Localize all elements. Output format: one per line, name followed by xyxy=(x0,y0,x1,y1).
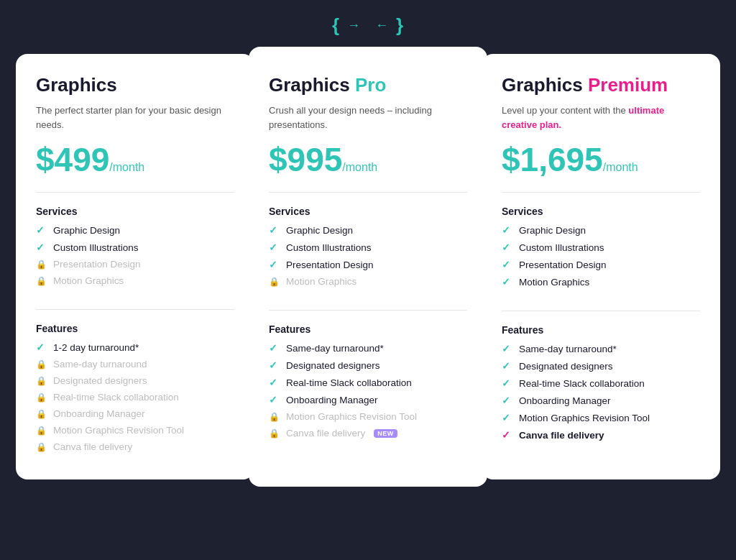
service-item: ✓ Motion Graphics xyxy=(502,276,700,288)
curly-left-decoration: { xyxy=(332,14,340,37)
feature-item-locked: 🔒 Canva file delivery NEW xyxy=(269,428,467,439)
check-icon: ✓ xyxy=(502,395,513,406)
service-name: Graphic Design xyxy=(53,225,120,236)
divider2-graphics-premium xyxy=(502,311,700,311)
lock-icon: 🔒 xyxy=(36,276,47,286)
service-name: Custom Illustrations xyxy=(53,242,139,253)
feature-item: ✓ Onboarding Manager xyxy=(502,395,700,406)
services-label-graphics-premium: Services xyxy=(502,206,700,217)
lock-icon: 🔒 xyxy=(269,412,280,422)
check-icon: ✓ xyxy=(269,224,280,236)
features-label-graphics: Features xyxy=(36,323,234,334)
feature-item: ✓ Same-day turnaround* xyxy=(502,343,700,354)
service-name: Graphic Design xyxy=(519,225,586,236)
plan-card-graphics-premium: Graphics PremiumLevel up your content wi… xyxy=(482,54,720,479)
check-icon: ✓ xyxy=(269,377,280,388)
curly-right-decoration: } xyxy=(396,14,404,37)
check-icon: ✓ xyxy=(269,359,280,371)
arrow-right-decoration: ← xyxy=(375,18,389,33)
service-name: Motion Graphics xyxy=(53,275,124,286)
check-icon: ✓ xyxy=(269,342,280,354)
check-icon: ✓ xyxy=(269,394,280,405)
per-month-label: /month xyxy=(603,161,638,173)
plan-title-graphics-pro: Graphics Pro xyxy=(269,74,467,96)
service-name: Presentation Design xyxy=(519,260,607,270)
arrow-left-decoration: → xyxy=(347,18,361,33)
feature-name: Real-time Slack collaboration xyxy=(519,378,645,389)
price-amount: $995 xyxy=(269,141,342,178)
plan-card-graphics: GraphicsThe perfect starter plan for you… xyxy=(16,54,254,479)
check-icon: ✓ xyxy=(269,242,280,253)
check-icon: ✓ xyxy=(36,242,47,253)
plan-card-graphics-pro: Graphics ProCrush all your design needs … xyxy=(249,47,487,487)
price-amount: $499 xyxy=(36,141,109,178)
feature-item-locked: 🔒 Motion Graphics Revision Tool xyxy=(36,425,234,436)
divider-graphics-premium xyxy=(502,192,700,193)
feature-item: ✓ Designated designers xyxy=(269,359,467,371)
check-icon: ✓ xyxy=(502,360,513,372)
features-label-graphics-premium: Features xyxy=(502,324,700,336)
check-icon: ✓ xyxy=(502,412,513,423)
service-item: ✓ Custom Illustrations xyxy=(269,242,467,253)
check-icon: ✓ xyxy=(502,429,513,441)
feature-item: ✓ Canva file delivery xyxy=(502,429,700,441)
feature-item-locked: 🔒 Canva file delivery xyxy=(36,441,234,452)
features-list-graphics-pro: ✓ Same-day turnaround* ✓ Designated desi… xyxy=(269,342,467,444)
subtitle-highlight: ultimate creative plan. xyxy=(502,105,664,130)
plan-subtitle-graphics-pro: Crush all your design needs – including … xyxy=(269,104,467,132)
plan-title-text: Graphics xyxy=(502,74,588,96)
lock-icon: 🔒 xyxy=(36,426,47,436)
feature-item-locked: 🔒 Motion Graphics Revision Tool xyxy=(269,411,467,422)
feature-item: ✓ Real-time Slack collaboration xyxy=(502,377,700,389)
service-name: Presentation Design xyxy=(53,259,141,270)
lock-icon: 🔒 xyxy=(36,260,47,270)
service-name: Custom Illustrations xyxy=(286,242,372,253)
check-icon: ✓ xyxy=(502,259,513,270)
service-item: ✓ Graphic Design xyxy=(502,224,700,236)
feature-item: ✓ 1-2 day turnaround* xyxy=(36,341,234,353)
service-name: Graphic Design xyxy=(286,225,353,236)
feature-name: Motion Graphics Revision Tool xyxy=(286,411,417,422)
service-item: ✓ Custom Illustrations xyxy=(502,242,700,253)
features-list-graphics: ✓ 1-2 day turnaround* 🔒 Same-day turnaro… xyxy=(36,341,234,458)
feature-name: Designated designers xyxy=(519,361,613,372)
service-item: ✓ Custom Illustrations xyxy=(36,242,234,253)
check-icon: ✓ xyxy=(269,259,280,270)
lock-icon: 🔒 xyxy=(269,428,280,439)
price-amount: $1,695 xyxy=(502,141,603,178)
divider2-graphics xyxy=(36,309,234,310)
plan-title-text: Graphics xyxy=(36,74,117,96)
divider-graphics-pro xyxy=(269,192,467,193)
check-icon: ✓ xyxy=(502,377,513,389)
service-item: ✓ Graphic Design xyxy=(269,224,467,236)
feature-name: Same-day turnaround xyxy=(53,359,147,369)
lock-icon: 🔒 xyxy=(36,442,47,452)
feature-name: Motion Graphics Revision Tool xyxy=(53,425,184,436)
feature-item: ✓ Onboarding Manager xyxy=(269,394,467,405)
feature-name: Real-time Slack collaboration xyxy=(53,392,179,403)
plan-price-graphics-premium: $1,695/month xyxy=(502,143,700,176)
service-item: ✓ Graphic Design xyxy=(36,224,234,236)
feature-name: Onboarding Manager xyxy=(519,395,611,406)
feature-name: Same-day turnaround* xyxy=(519,344,617,354)
check-icon: ✓ xyxy=(36,341,47,353)
feature-name: 1-2 day turnaround* xyxy=(53,342,139,353)
feature-name: Canva file delivery xyxy=(286,428,365,439)
plan-subtitle-graphics: The perfect starter plan for your basic … xyxy=(36,104,234,132)
feature-item-locked: 🔒 Onboarding Manager xyxy=(36,408,234,419)
feature-name: Designated designers xyxy=(286,360,380,371)
services-list-graphics-premium: ✓ Graphic Design ✓ Custom Illustrations … xyxy=(502,224,700,293)
per-month-label: /month xyxy=(109,161,144,173)
plan-price-graphics: $499/month xyxy=(36,143,234,176)
check-icon: ✓ xyxy=(502,276,513,288)
feature-item: ✓ Real-time Slack collaboration xyxy=(269,377,467,388)
plan-title-graphics: Graphics xyxy=(36,74,234,96)
feature-item: ✓ Designated designers xyxy=(502,360,700,372)
lock-icon: 🔒 xyxy=(36,376,47,386)
services-label-graphics-pro: Services xyxy=(269,206,467,217)
service-name: Motion Graphics xyxy=(286,276,356,287)
new-badge: NEW xyxy=(374,429,397,438)
feature-name: Onboarding Manager xyxy=(53,408,145,419)
service-item: ✓ Presentation Design xyxy=(502,259,700,270)
lock-icon: 🔒 xyxy=(269,277,280,287)
